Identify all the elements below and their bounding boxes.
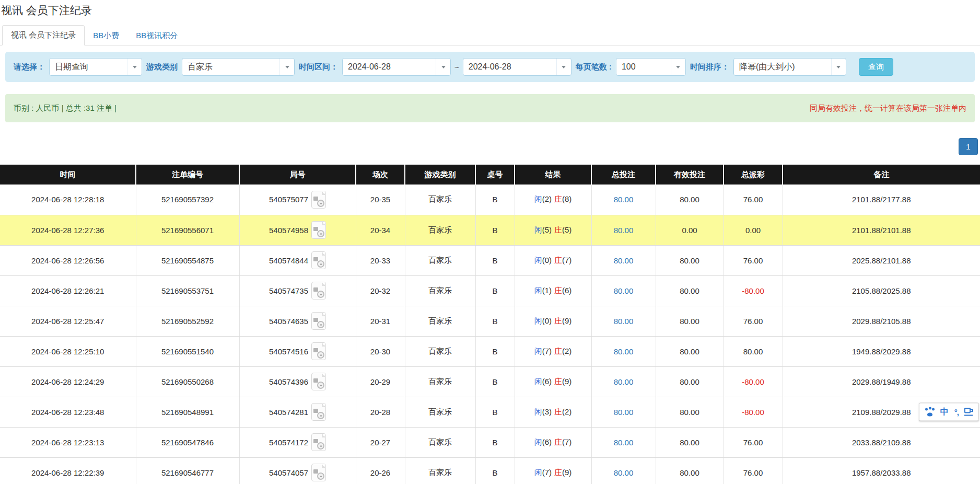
tab-betting-records[interactable]: 视讯 会员下注纪录 bbox=[2, 25, 85, 45]
table-row: 2024-06-28 12:25:10 521690551540 5405745… bbox=[0, 336, 980, 366]
game-video-icon[interactable] bbox=[311, 191, 326, 209]
header-round: 局号 bbox=[239, 165, 356, 185]
tab-bar: 视讯 会员下注纪录 BB小费 BB视讯积分 bbox=[0, 25, 980, 45]
range-separator: ~ bbox=[454, 63, 459, 72]
game-video-icon[interactable] bbox=[311, 342, 326, 360]
total-bet-link[interactable]: 80.00 bbox=[614, 408, 634, 417]
chevron-down-icon bbox=[556, 59, 571, 75]
table-row: 2024-06-28 12:25:47 521690552592 5405746… bbox=[0, 306, 980, 336]
payout-cell: 76.00 bbox=[724, 245, 783, 275]
time-cell: 2024-06-28 12:25:47 bbox=[0, 306, 136, 336]
table-row: 2024-06-28 12:23:13 521690547846 5405741… bbox=[0, 427, 980, 457]
query-type-label: 请选择： bbox=[14, 62, 45, 72]
payout-cell: 0.00 bbox=[724, 215, 783, 245]
valid-bet-cell: 80.00 bbox=[656, 336, 724, 366]
table-code-cell: B bbox=[475, 185, 515, 215]
tab-bb-tips[interactable]: BB小费 bbox=[85, 26, 127, 45]
total-bet-link[interactable]: 80.00 bbox=[614, 226, 634, 235]
game-video-icon[interactable] bbox=[311, 251, 326, 269]
table-body: 2024-06-28 12:28:18 521690557392 5405750… bbox=[0, 185, 980, 484]
valid-bet-cell: 0.00 bbox=[656, 215, 724, 245]
table-row: 2024-06-28 12:26:56 521690554875 5405748… bbox=[0, 245, 980, 275]
total-bet-link[interactable]: 80.00 bbox=[614, 347, 634, 356]
session-cell: 20-33 bbox=[356, 245, 405, 275]
total-bet-link[interactable]: 80.00 bbox=[614, 438, 634, 447]
date-from-value: 2024-06-28 bbox=[343, 62, 436, 72]
note-cell: 2109.88/2029.88 中 °, bbox=[783, 397, 980, 427]
total-bet-cell: 80.00 bbox=[591, 245, 656, 275]
query-type-select[interactable]: 日期查询 bbox=[49, 58, 142, 76]
session-cell: 20-27 bbox=[356, 427, 405, 457]
cup-icon[interactable] bbox=[964, 408, 973, 416]
note-cell: 2101.88/2101.88 bbox=[783, 215, 980, 245]
total-bet-link[interactable]: 80.00 bbox=[614, 286, 634, 295]
total-bet-link[interactable]: 80.00 bbox=[614, 377, 634, 386]
note-cell: 2033.88/2109.88 bbox=[783, 427, 980, 457]
bet-id-cell: 521690550268 bbox=[136, 366, 239, 397]
game-video-icon[interactable] bbox=[311, 221, 326, 239]
total-bet-link[interactable]: 80.00 bbox=[614, 468, 634, 477]
total-bet-cell: 80.00 bbox=[591, 457, 656, 484]
round-cell: 540574172 bbox=[239, 427, 356, 457]
game-cell: 百家乐 bbox=[405, 215, 475, 245]
betting-records-table: 时间 注单编号 局号 场次 游戏类别 桌号 结果 总投注 有效投注 总派彩 备注… bbox=[0, 165, 980, 484]
date-to-select[interactable]: 2024-06-28 bbox=[463, 58, 571, 76]
round-cell: 540575077 bbox=[239, 185, 356, 215]
floating-toolbar: 中 °, bbox=[919, 403, 979, 421]
header-total-bet: 总投注 bbox=[591, 165, 656, 185]
table-code-cell: B bbox=[475, 427, 515, 457]
game-video-icon[interactable] bbox=[311, 433, 326, 451]
game-category-select[interactable]: 百家乐 bbox=[182, 58, 295, 76]
chevron-down-icon bbox=[127, 59, 142, 75]
total-bet-cell: 80.00 bbox=[591, 215, 656, 245]
bet-id-cell: 521690547846 bbox=[136, 427, 239, 457]
note-cell: 2105.88/2025.88 bbox=[783, 275, 980, 306]
header-bet-id: 注单编号 bbox=[136, 165, 239, 185]
tab-bb-video-points[interactable]: BB视讯积分 bbox=[127, 26, 186, 45]
valid-bet-cell: 80.00 bbox=[656, 275, 724, 306]
session-cell: 20-30 bbox=[356, 336, 405, 366]
session-cell: 20-34 bbox=[356, 215, 405, 245]
game-cell: 百家乐 bbox=[405, 427, 475, 457]
game-video-icon[interactable] bbox=[311, 282, 326, 299]
total-bet-cell: 80.00 bbox=[591, 275, 656, 306]
game-video-icon[interactable] bbox=[311, 464, 326, 481]
per-page-value: 100 bbox=[616, 62, 671, 72]
payout-cell: -80.00 bbox=[724, 275, 783, 306]
header-valid-bet: 有效投注 bbox=[656, 165, 724, 185]
payout-cell: 76.00 bbox=[724, 427, 783, 457]
table-header-row: 时间 注单编号 局号 场次 游戏类别 桌号 结果 总投注 有效投注 总派彩 备注 bbox=[0, 165, 980, 185]
result-cell: 闲(6)庄(9) bbox=[515, 366, 591, 397]
time-cell: 2024-06-28 12:26:56 bbox=[0, 245, 136, 275]
total-bet-link[interactable]: 80.00 bbox=[614, 256, 634, 265]
note-cell: 2101.88/2177.88 bbox=[783, 185, 980, 215]
table-code-cell: B bbox=[475, 275, 515, 306]
game-video-icon[interactable] bbox=[311, 373, 326, 390]
search-button[interactable]: 查询 bbox=[859, 58, 893, 76]
table-code-cell: B bbox=[475, 457, 515, 484]
paw-icon[interactable] bbox=[925, 408, 935, 416]
bet-id-cell: 521690553751 bbox=[136, 275, 239, 306]
per-page-select[interactable]: 100 bbox=[616, 58, 686, 76]
total-bet-link[interactable]: 80.00 bbox=[614, 317, 634, 326]
date-from-select[interactable]: 2024-06-28 bbox=[342, 58, 451, 76]
round-cell: 540574958 bbox=[239, 215, 356, 245]
time-sort-select[interactable]: 降幂(由大到小) bbox=[733, 58, 846, 76]
phonetic-icon[interactable]: °, bbox=[954, 408, 959, 417]
valid-bet-cell: 80.00 bbox=[656, 366, 724, 397]
total-bet-cell: 80.00 bbox=[591, 397, 656, 427]
note-cell: 2029.88/2105.88 bbox=[783, 306, 980, 336]
total-bet-link[interactable]: 80.00 bbox=[614, 195, 634, 204]
table-row: 2024-06-28 12:23:48 521690548991 5405742… bbox=[0, 397, 980, 427]
result-cell: 闲(0)庄(9) bbox=[515, 306, 591, 336]
valid-bet-cell: 80.00 bbox=[656, 457, 724, 484]
translate-chinese-icon[interactable]: 中 bbox=[940, 407, 949, 418]
table-code-cell: B bbox=[475, 397, 515, 427]
game-video-icon[interactable] bbox=[311, 312, 326, 330]
page-1-button[interactable]: 1 bbox=[959, 138, 978, 155]
note-cell: 1949.88/2029.88 bbox=[783, 336, 980, 366]
valid-bet-cell: 80.00 bbox=[656, 185, 724, 215]
game-cell: 百家乐 bbox=[405, 457, 475, 484]
game-video-icon[interactable] bbox=[311, 403, 326, 421]
bet-id-cell: 521690556071 bbox=[136, 215, 239, 245]
